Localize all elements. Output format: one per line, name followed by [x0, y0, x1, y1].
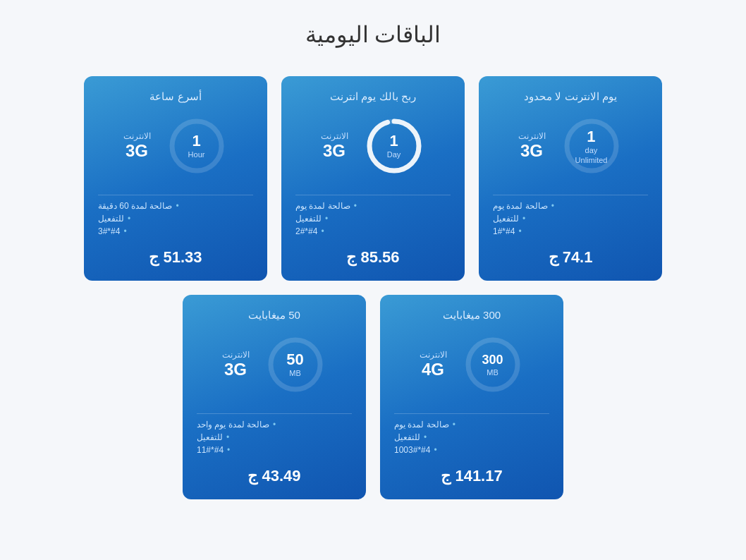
net-label-4: الانترنت	[222, 350, 250, 360]
card-title-1: ربح بالك يوم انترنت	[295, 90, 451, 103]
divider-3	[394, 413, 549, 414]
price-3: 141.17 ج	[394, 467, 549, 485]
card-details-1: صالحة لمدة يوم للتفعيل #4*2#	[295, 201, 451, 236]
circle-2: 1 Hour	[165, 114, 228, 178]
circle-4: 50 MB	[264, 333, 327, 396]
net-type-3: 4G	[420, 360, 447, 379]
detail-1-2: #4*2#	[295, 226, 324, 236]
card-details-0: صالحة لمدة يوم للتفعيل #4*1#	[493, 201, 648, 236]
divider-2	[98, 195, 253, 195]
detail-3-0: صالحة لمدة يوم	[394, 420, 455, 430]
net-label-2: الانترنت	[123, 131, 151, 141]
detail-2-2: #4*3#	[98, 226, 127, 236]
card-info-row-2: 1 Hour الانترنت 3G	[98, 114, 253, 178]
card-win-day[interactable]: ربح بالك يوم انترنت 1	[281, 76, 465, 281]
detail-3-1: للتفعيل	[394, 432, 427, 442]
card-info-row-0: 1 day Unlimited الانترنت 3G	[493, 114, 648, 178]
detail-4-0: صالحة لمدة يوم واحد	[197, 420, 276, 430]
net-info-2: الانترنت 3G	[123, 131, 151, 161]
circle-sublabel-0: Unlimited	[575, 155, 608, 164]
circle-number-3: 300	[482, 353, 503, 368]
cards-row-2: 300 ميغابايت 300	[56, 295, 690, 499]
detail-0-1: للتفعيل	[493, 214, 525, 224]
detail-2-0: صالحة لمدة 60 دقيقة	[98, 201, 179, 211]
net-label-0: الانترنت	[518, 131, 546, 141]
divider-1	[295, 195, 451, 195]
cards-row-1: يوم الانترنت لا محدود 1	[56, 76, 690, 281]
card-info-row-3: 300 MB الانترنت 4G	[394, 333, 549, 396]
card-unlimited-day[interactable]: يوم الانترنت لا محدود 1	[479, 76, 662, 281]
card-title-3: 300 ميغابايت	[394, 309, 549, 322]
net-info-0: الانترنت 3G	[518, 131, 546, 161]
circle-3: 300 MB	[461, 333, 525, 396]
circle-number-4: 50	[286, 351, 303, 369]
detail-0-2: #4*1#	[493, 226, 522, 236]
net-type-0: 3G	[518, 141, 546, 161]
net-info-4: الانترنت 3G	[222, 350, 250, 379]
net-type-4: 3G	[222, 360, 250, 379]
circle-1: 1 Day	[362, 114, 426, 178]
detail-1-1: للتفعيل	[295, 214, 328, 224]
circle-label-0: day	[575, 146, 608, 155]
circle-label-4: MB	[286, 370, 303, 379]
net-type-1: 3G	[321, 141, 348, 161]
page-title: الباقات اليومية	[305, 21, 441, 48]
detail-1-0: صالحة لمدة يوم	[295, 201, 357, 211]
card-50mb[interactable]: 50 ميغابايت 50	[183, 295, 366, 499]
circle-label-2: Hour	[188, 151, 205, 160]
circle-label-3: MB	[482, 367, 503, 377]
net-label-3: الانترنت	[420, 350, 447, 360]
card-title-2: أسرع ساعة	[98, 90, 253, 103]
card-title-4: 50 ميغابايت	[197, 309, 352, 322]
divider-0	[493, 195, 648, 195]
card-details-3: صالحة لمدة يوم للتفعيل #4*1003#	[394, 420, 549, 455]
net-info-3: الانترنت 4G	[420, 350, 447, 379]
card-info-row-4: 50 MB الانترنت 3G	[197, 333, 352, 396]
net-label-1: الانترنت	[321, 131, 348, 141]
price-2: 51.33 ج	[98, 248, 253, 267]
net-type-2: 3G	[123, 141, 151, 161]
card-300mb[interactable]: 300 ميغابايت 300	[380, 295, 563, 499]
detail-4-2: #4*11#	[197, 445, 230, 455]
card-details-4: صالحة لمدة يوم واحد للتفعيل #4*11#	[197, 420, 352, 455]
divider-4	[197, 413, 352, 414]
detail-2-1: للتفعيل	[98, 214, 130, 224]
net-info-1: الانترنت 3G	[321, 131, 348, 161]
card-title-0: يوم الانترنت لا محدود	[493, 90, 648, 103]
price-4: 43.49 ج	[197, 467, 352, 485]
price-1: 85.56 ج	[295, 248, 451, 267]
detail-3-2: #4*1003#	[394, 445, 437, 455]
cards-container: يوم الانترنت لا محدود 1	[56, 76, 690, 513]
detail-0-0: صالحة لمدة يوم	[493, 201, 554, 211]
detail-4-1: للتفعيل	[197, 432, 229, 442]
card-info-row-1: 1 Day الانترنت 3G	[295, 114, 451, 178]
price-0: 74.1 ج	[493, 248, 648, 267]
circle-number-0: 1	[575, 128, 608, 146]
circle-0: 1 day Unlimited	[560, 114, 623, 178]
card-details-2: صالحة لمدة 60 دقيقة للتفعيل #4*3#	[98, 201, 253, 236]
circle-number-2: 1	[188, 132, 205, 150]
circle-number-1: 1	[387, 132, 401, 150]
circle-label-1: Day	[387, 151, 401, 160]
card-fast-hour[interactable]: أسرع ساعة 1	[84, 76, 267, 281]
